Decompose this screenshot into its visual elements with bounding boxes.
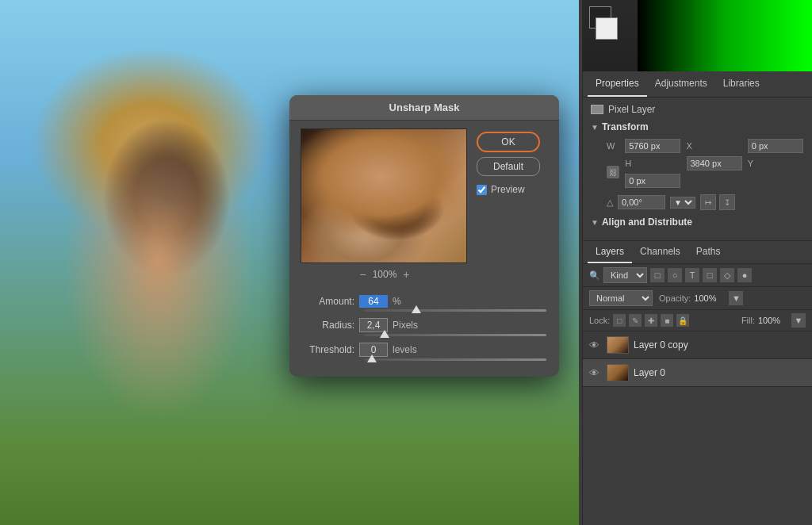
blend-row: Normal Opacity: 100% ▼ — [583, 287, 812, 310]
layers-toolbar: 🔍 Kind □ ○ T □ ◇ ● — [583, 264, 812, 287]
pixel-layer-label: Pixel Layer — [608, 104, 655, 115]
rotation-angle-icon: △ — [607, 197, 613, 208]
kind-dropdown[interactable]: Kind — [603, 267, 647, 283]
pixel-layer-row: Pixel Layer — [591, 104, 804, 115]
tab-properties[interactable]: Properties — [588, 71, 647, 97]
layer-item[interactable]: 👁 Layer 0 copy — [583, 331, 812, 359]
fill-value: 100% — [758, 316, 788, 325]
zoom-in-icon[interactable]: + — [403, 268, 409, 281]
smart-filter-icon[interactable]: ◇ — [720, 268, 734, 282]
default-button[interactable]: Default — [477, 157, 540, 176]
canvas-area: Unsharp Mask − 100% + OK Default Preview — [0, 0, 582, 525]
rotation-row: △ ▼ ↦ ↧ — [591, 194, 804, 210]
radius-label: Radius: — [301, 320, 354, 331]
y-label: Y — [748, 159, 804, 168]
flip-vertical-button[interactable]: ↧ — [719, 194, 735, 210]
search-icon: 🔍 — [589, 270, 600, 281]
width-input[interactable] — [625, 139, 680, 153]
x-label: X — [687, 141, 743, 151]
align-label: Align and Distribute — [602, 217, 692, 228]
width-label: W — [607, 141, 620, 151]
rotation-dropdown[interactable]: ▼ — [670, 197, 695, 209]
tab-layers[interactable]: Layers — [588, 241, 632, 263]
color-gradient — [638, 0, 812, 71]
adjustment-filter-icon[interactable]: ○ — [668, 268, 682, 282]
lock-position-icon[interactable]: ✚ — [645, 314, 657, 327]
dialog-buttons: OK Default Preview — [477, 128, 548, 281]
threshold-slider-thumb[interactable] — [367, 354, 377, 362]
threshold-label: Threshold: — [301, 344, 354, 355]
color-area — [583, 0, 812, 71]
dialog-sliders: Amount: % Radius: Pixels — [289, 292, 559, 377]
lock-label: Lock: — [589, 316, 610, 325]
chain-icon[interactable]: ⛓ — [607, 166, 619, 178]
visibility-icon-1[interactable]: 👁 — [589, 367, 602, 379]
opacity-expand-icon[interactable]: ▼ — [729, 291, 743, 305]
radius-slider-thumb[interactable] — [380, 330, 389, 338]
layer-thumbnail-1 — [607, 364, 629, 381]
zoom-out-icon[interactable]: − — [359, 268, 366, 281]
amount-input[interactable] — [359, 295, 388, 308]
preview-checkbox-label[interactable]: Preview — [477, 184, 525, 195]
pixel-filter-icon[interactable]: □ — [650, 268, 665, 282]
radius-slider-track[interactable] — [301, 334, 548, 336]
tab-channels[interactable]: Channels — [632, 241, 688, 263]
lock-pixels-icon[interactable]: ✎ — [629, 314, 642, 327]
transform-label: Transform — [602, 121, 649, 132]
preview-label: Preview — [491, 184, 525, 195]
opacity-value: 100% — [694, 293, 726, 303]
flip-icons: ↦ ↧ — [700, 194, 735, 210]
dialog-title: Unsharp Mask — [289, 95, 559, 121]
rotation-input[interactable] — [618, 195, 665, 209]
pixel-layer-icon — [591, 105, 603, 114]
height-input[interactable] — [687, 156, 742, 171]
properties-content: Pixel Layer ▼ Transform W X ⛓ H Y △ ▼ ↦ — [583, 98, 812, 240]
align-section-header: ▼ Align and Distribute — [591, 217, 804, 228]
tab-libraries[interactable]: Libraries — [715, 71, 768, 97]
y-input[interactable] — [625, 174, 680, 188]
amount-label: Amount: — [301, 296, 354, 307]
layer-thumbnail-0 — [607, 336, 629, 354]
ok-button[interactable]: OK — [477, 132, 540, 152]
layers-panel: Layers Channels Paths 🔍 Kind □ ○ T □ ◇ ●… — [583, 240, 812, 525]
properties-tabs: Properties Adjustments Libraries — [583, 71, 812, 98]
align-chevron: ▼ — [591, 218, 599, 227]
flip-horizontal-button[interactable]: ↦ — [700, 194, 716, 210]
zoom-percent: 100% — [373, 269, 397, 280]
layer-name-0: Layer 0 copy — [634, 339, 688, 351]
lock-row: Lock: □ ✎ ✚ ■ 🔒 Fill: 100% ▼ — [583, 310, 812, 331]
background-swatch[interactable] — [596, 17, 618, 40]
right-panel: Properties Adjustments Libraries Pixel L… — [582, 0, 812, 525]
amount-slider-thumb[interactable] — [412, 305, 421, 313]
tab-paths[interactable]: Paths — [688, 241, 729, 263]
layer-item[interactable]: 👁 Layer 0 — [583, 359, 812, 387]
dialog-preview-area: − 100% + — [301, 128, 469, 281]
lock-transparency-icon[interactable]: □ — [613, 314, 626, 327]
shape-filter-icon[interactable]: □ — [703, 268, 717, 282]
radius-unit: Pixels — [393, 320, 424, 331]
lock-artboard-icon[interactable]: ■ — [661, 314, 673, 327]
layers-tabs: Layers Channels Paths — [583, 241, 812, 264]
fill-expand-icon[interactable]: ▼ — [791, 313, 806, 328]
preview-checkbox[interactable] — [477, 185, 487, 195]
transform-chevron: ▼ — [591, 123, 599, 132]
amount-slider-track[interactable] — [301, 309, 548, 312]
preview-image — [301, 128, 467, 263]
type-filter-icon[interactable]: T — [685, 268, 699, 282]
tab-adjustments[interactable]: Adjustments — [647, 71, 715, 97]
lock-all-icon[interactable]: 🔒 — [676, 314, 689, 327]
height-label: H — [625, 159, 681, 168]
fill-label: Fill: — [741, 316, 755, 325]
transform-grid: W X ⛓ H Y — [591, 139, 804, 188]
x-input[interactable] — [748, 139, 803, 153]
unsharp-mask-dialog: Unsharp Mask − 100% + OK Default Preview — [289, 95, 559, 377]
opacity-label: Opacity: — [659, 293, 691, 303]
visibility-icon-0[interactable]: 👁 — [589, 339, 602, 351]
transform-section-header: ▼ Transform — [591, 121, 804, 132]
effect-filter-icon[interactable]: ● — [737, 268, 752, 282]
blend-mode-dropdown[interactable]: Normal — [589, 290, 653, 306]
threshold-slider-track[interactable] — [301, 358, 548, 361]
threshold-unit: levels — [393, 344, 424, 355]
layer-name-1: Layer 0 — [634, 367, 665, 378]
